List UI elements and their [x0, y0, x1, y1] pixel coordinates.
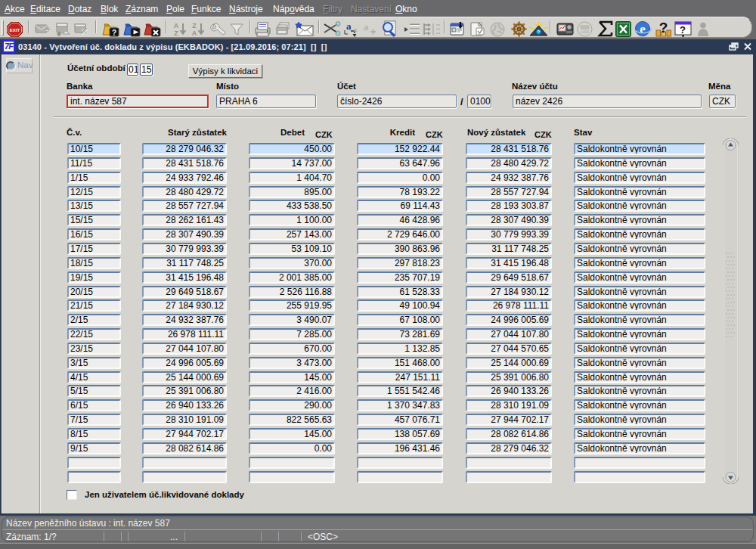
svg-text:EXIT: EXIT — [10, 28, 20, 33]
svg-text:?: ? — [659, 20, 668, 36]
svg-text:A: A — [192, 29, 197, 37]
svg-text:a: a — [364, 21, 369, 33]
svg-text:a: a — [346, 21, 352, 32]
svg-text:A: A — [174, 22, 179, 29]
svg-text:a: a — [354, 26, 357, 33]
svg-text:Z: Z — [174, 29, 178, 37]
svg-text:e: e — [640, 22, 646, 36]
svg-text:Z: Z — [192, 22, 197, 29]
svg-text:?: ? — [680, 24, 686, 36]
svg-text:?: ? — [112, 29, 116, 37]
svg-text:1314: 1314 — [581, 29, 589, 34]
